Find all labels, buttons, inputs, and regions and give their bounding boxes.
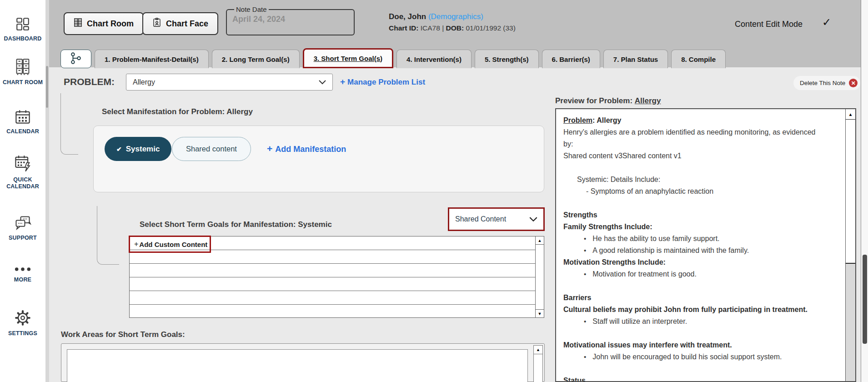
page-scrollbar-thumb[interactable] <box>863 255 867 344</box>
scroll-up-arrow-icon[interactable]: ▲ <box>534 346 542 354</box>
chevron-down-icon <box>319 80 326 85</box>
sidebar-item-label: SETTINGS <box>2 330 44 337</box>
patient-info: Doe, John (Demographics) Chart ID: ICA78… <box>389 11 516 34</box>
bullet-icon: • <box>584 233 586 245</box>
dashboard-icon <box>15 16 30 32</box>
chart-face-button-label: Chart Face <box>166 19 208 29</box>
chart-face-button[interactable]: Chart Face <box>142 12 218 35</box>
delete-this-note-button[interactable]: Delete This Note ✕ <box>793 76 860 90</box>
preview-scrollbar[interactable]: ▲ <box>845 109 855 381</box>
sidebar-item-label: CALENDAR <box>2 128 44 135</box>
preview-bullet-line: •Motivation for treatment is good. <box>563 268 843 280</box>
app-window: DASHBOARDCHART ROOMCALENDARQUICK CALENDA… <box>0 0 868 382</box>
chart-id-label: Chart ID: <box>389 24 418 32</box>
bullet-icon: • <box>584 268 586 280</box>
calendar-icon <box>15 109 31 125</box>
chart-room-button-label: Chart Room <box>87 19 134 29</box>
problem-label: PROBLEM: <box>64 76 115 87</box>
preview-body: Problem: AllergyHenry's allergies are a … <box>556 109 845 381</box>
content-edit-mode-label: Content Edit Mode <box>735 20 803 29</box>
goals-table: ▲ ▼ +Add Custom Content <box>129 236 544 318</box>
preview-heading-problem: Allergy <box>635 96 661 105</box>
add-manifestation-link[interactable]: +Add Manifestation <box>267 143 346 154</box>
tab-2-long-term-goal-s[interactable]: 2. Long Term Goal(s) <box>212 50 300 68</box>
sidebar-item-label: QUICK CALENDAR <box>2 176 44 190</box>
scroll-down-arrow-icon[interactable]: ▼ <box>536 309 544 317</box>
tab-8-compile[interactable]: 8. Compile <box>671 50 726 68</box>
chart-room-grid-icon <box>74 18 82 29</box>
support-icon <box>14 215 31 231</box>
manifestation-heading: Select Manifestation for Problem: Allerg… <box>102 107 253 116</box>
manage-problem-list-link[interactable]: +Manage Problem List <box>340 77 425 87</box>
chart-room-button[interactable]: Chart Room <box>64 12 144 35</box>
work-areas-textarea[interactable] <box>67 349 528 382</box>
tab-7-plan-status[interactable]: 7. Plan Status <box>603 50 668 68</box>
scroll-up-arrow-icon[interactable]: ▲ <box>846 109 855 120</box>
sidebar: DASHBOARDCHART ROOMCALENDARQUICK CALENDA… <box>0 0 45 382</box>
plus-icon: + <box>267 143 272 154</box>
chart-id-value: ICA78 <box>421 24 440 32</box>
preview-bullet-line: •A good relationship is maintained with … <box>563 245 843 256</box>
goals-table-scrollbar[interactable]: ▲ ▼ <box>535 236 544 317</box>
sidebar-item-support[interactable]: SUPPORT <box>0 215 45 241</box>
goals-table-row[interactable] <box>130 277 535 291</box>
note-section-tabs: 1. Problem-Manifest-Detail(s)2. Long Ter… <box>60 48 726 68</box>
preview-scrollbar-thumb[interactable] <box>846 120 855 264</box>
tab-3-short-term-goal-s[interactable]: 3. Short Term Goal(s) <box>303 48 393 68</box>
work-areas-scrollbar[interactable]: ▲ <box>533 345 543 382</box>
sidebar-item-quick-calendar[interactable]: QUICK CALENDAR <box>0 155 45 190</box>
flow-icon <box>69 51 83 66</box>
scroll-up-arrow-icon[interactable]: ▲ <box>536 236 544 245</box>
short-term-goals-heading: Select Short Term Goals for Manifestatio… <box>140 220 332 229</box>
demographics-link[interactable]: (Demographics) <box>428 12 483 21</box>
goals-table-row[interactable] <box>130 305 535 317</box>
page-scrollbar[interactable] <box>861 0 868 382</box>
preview-spacer <box>563 197 843 209</box>
tab-5-strength-s[interactable]: 5. Strength(s) <box>475 50 539 68</box>
bullet-icon: • <box>584 245 586 256</box>
separator: | <box>442 24 444 32</box>
sidebar-item-label: CHART ROOM <box>2 79 44 86</box>
sidebar-item-label: DASHBOARD <box>2 35 44 42</box>
preview-spacer <box>563 280 843 292</box>
shared-content-dropdown-value: Shared Content <box>455 215 506 223</box>
manifestation-box: ✔ Systemic Shared content +Add Manifesta… <box>93 126 544 192</box>
chart-room-icon <box>15 58 31 75</box>
sidebar-item-dashboard[interactable]: DASHBOARD <box>0 16 45 42</box>
more-icon <box>14 266 32 273</box>
sidebar-item-calendar[interactable]: CALENDAR <box>0 109 45 135</box>
preview-bullet-line: •John will be encouraged to build his so… <box>563 351 843 363</box>
shared-content-dropdown[interactable]: Shared Content <box>448 207 545 231</box>
note-date-label: Note Date <box>234 5 269 13</box>
sidebar-item-settings[interactable]: SETTINGS <box>0 309 45 337</box>
goals-table-row[interactable] <box>130 291 535 305</box>
preview-bold-line: Motivational issues may interfere with t… <box>563 339 843 351</box>
sidebar-item-label: MORE <box>2 276 44 283</box>
chevron-down-icon <box>529 217 537 222</box>
preview-bold-line: Strengths <box>563 209 843 221</box>
preview-problem-title: Problem: Allergy <box>563 115 843 126</box>
preview-spacer <box>563 162 843 174</box>
sidebar-scrollbar-thumb[interactable] <box>46 66 48 108</box>
settings-icon <box>14 309 31 327</box>
add-custom-content-button[interactable]: +Add Custom Content <box>129 236 211 253</box>
preview-bold-line: Status <box>563 375 843 381</box>
work-areas-heading: Work Areas for Short Term Goals: <box>61 330 185 339</box>
preview-bold-line: Barriers <box>563 292 843 304</box>
manifestation-systemic-pill[interactable]: ✔ Systemic <box>105 137 171 161</box>
manifestation-shared-content-pill[interactable]: Shared content <box>172 137 251 161</box>
preview-bold-line: Motivation Strengths Include: <box>563 256 843 268</box>
tab-flow-view[interactable] <box>60 50 91 68</box>
quick-calendar-icon <box>14 155 31 173</box>
sidebar-item-more[interactable]: MORE <box>0 266 45 283</box>
chart-face-clipboard-icon <box>152 18 161 30</box>
problem-dropdown[interactable]: Allergy <box>126 74 333 90</box>
tab-6-barrier-s[interactable]: 6. Barrier(s) <box>542 50 600 68</box>
content-edit-mode-checkmark-icon[interactable]: ✓ <box>822 16 831 29</box>
sidebar-item-chart-room[interactable]: CHART ROOM <box>0 58 45 86</box>
bullet-icon: • <box>584 351 586 363</box>
goals-table-row[interactable] <box>130 264 535 277</box>
tab-1-problem-manifest-detail-s[interactable]: 1. Problem-Manifest-Detail(s) <box>95 50 209 68</box>
note-date-field[interactable]: Note Date April 24, 2024 <box>226 5 355 35</box>
tab-4-intervention-s[interactable]: 4. Intervention(s) <box>396 50 472 68</box>
